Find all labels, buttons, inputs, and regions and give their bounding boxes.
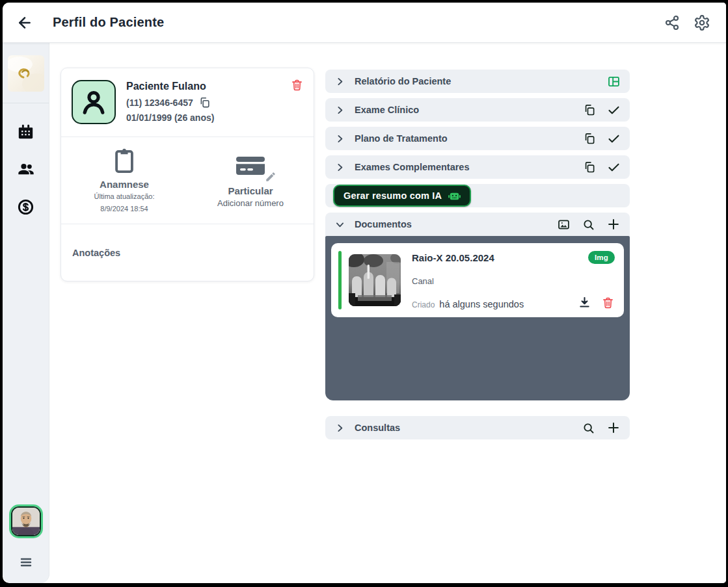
user-avatar[interactable]	[11, 506, 41, 536]
clinic-logo[interactable]	[8, 55, 44, 92]
billing-button[interactable]: Particular Adicionar número	[187, 153, 314, 208]
ai-summary-row: Gerar resumo com IA	[325, 184, 630, 207]
patient-header-section: Paciente Fulano (11) 12346-6457 01/01/19…	[61, 68, 314, 137]
sidebar	[3, 43, 49, 583]
file-type-badge: Img	[588, 251, 615, 264]
plus-icon[interactable]	[606, 217, 621, 231]
patient-phone: (11) 12346-6457	[126, 98, 193, 108]
document-title: Raio-X 20.05.2024	[412, 252, 578, 263]
search-icon[interactable]	[582, 218, 595, 231]
patient-quick-info-section: Anamnese Última atualização: 8/9/2024 18…	[61, 137, 314, 224]
sidebar-divider	[3, 103, 49, 103]
arrow-left-icon	[16, 14, 33, 31]
anamnese-updated-value: 8/9/2024 18:54	[100, 204, 148, 215]
accordion-patient-report[interactable]: Relatório do Paciente	[325, 70, 630, 93]
back-button[interactable]	[14, 12, 35, 33]
search-icon[interactable]	[582, 421, 595, 435]
copy-icon[interactable]	[583, 103, 596, 116]
dollar-circle-icon	[17, 198, 34, 216]
accordion-documents[interactable]: Documentos	[325, 213, 630, 236]
document-status-bar	[338, 251, 342, 309]
xray-thumbnail[interactable]	[349, 254, 401, 306]
image-icon[interactable]	[557, 218, 571, 231]
patient-birthdate: 01/01/1999 (26 anos)	[126, 112, 214, 123]
accordion-treatment-plan[interactable]: Plano de Tratamento	[325, 127, 630, 150]
accordion-label: Exame Clínico	[355, 105, 419, 115]
accordion-clinical-exam[interactable]: Exame Clínico	[325, 98, 630, 122]
sidebar-item-finance[interactable]	[16, 197, 36, 216]
delete-patient-icon[interactable]	[290, 78, 304, 94]
sidebar-item-patients[interactable]	[16, 159, 36, 179]
billing-action: Adicionar número	[217, 198, 284, 208]
chevron-down-icon	[334, 219, 345, 230]
clipboard-icon	[110, 146, 139, 175]
notes-section[interactable]: Anotações	[61, 224, 314, 281]
anamnese-title: Anamnese	[100, 179, 149, 190]
person-icon	[79, 87, 109, 117]
accordion-complementary-exams[interactable]: Exames Complementares	[325, 155, 630, 179]
copy-icon[interactable]	[583, 161, 596, 174]
chevron-right-icon	[334, 423, 345, 434]
robot-icon	[447, 189, 462, 203]
accordion-label: Relatório do Paciente	[355, 76, 451, 86]
accordion-label: Documentos	[355, 219, 412, 229]
document-category: Canal	[412, 276, 578, 286]
document-created: Criado há alguns segundos	[412, 299, 578, 309]
chevron-right-icon	[334, 76, 345, 87]
credit-card-icon	[234, 153, 267, 181]
ai-button-label: Gerar resumo com IA	[344, 190, 442, 201]
edit-pencil-icon	[265, 171, 276, 185]
patient-summary-card: Paciente Fulano (11) 12346-6457 01/01/19…	[61, 68, 314, 281]
chevron-right-icon	[334, 133, 345, 144]
chevron-right-icon	[334, 105, 345, 116]
created-label: Criado	[412, 300, 435, 309]
people-icon	[17, 160, 35, 178]
check-icon[interactable]	[607, 161, 621, 174]
accordion-label: Consultas	[355, 423, 400, 433]
app-window: Perfil do Paciente	[3, 3, 726, 583]
accordion-label: Plano de Tratamento	[355, 133, 448, 144]
accordion-consultations[interactable]: Consultas	[325, 416, 630, 439]
accordion-label: Exames Complementares	[355, 162, 470, 172]
plus-icon[interactable]	[606, 421, 621, 435]
anamnese-button[interactable]: Anamnese Última atualização: 8/9/2024 18…	[61, 146, 187, 215]
top-bar: Perfil do Paciente	[3, 3, 726, 43]
hamburger-icon	[18, 554, 34, 570]
check-icon[interactable]	[607, 103, 621, 117]
table-columns-icon[interactable]	[607, 75, 621, 88]
billing-title: Particular	[228, 185, 273, 196]
delete-document-icon[interactable]	[601, 296, 615, 309]
chevron-right-icon	[334, 162, 345, 173]
copy-icon[interactable]	[583, 132, 596, 145]
generate-ai-summary-button[interactable]: Gerar resumo com IA	[333, 185, 471, 207]
main-content: Paciente Fulano (11) 12346-6457 01/01/19…	[49, 43, 726, 583]
notes-label: Anotações	[72, 248, 120, 258]
document-card[interactable]: Raio-X 20.05.2024 Canal Criado há alguns…	[331, 243, 624, 317]
page-title: Perfil do Paciente	[53, 15, 164, 30]
sidebar-item-calendar[interactable]	[16, 122, 36, 141]
calendar-icon	[17, 123, 34, 140]
documents-panel: Raio-X 20.05.2024 Canal Criado há alguns…	[325, 236, 630, 400]
anamnese-updated-label: Última atualização:	[94, 192, 155, 202]
patient-avatar[interactable]	[72, 80, 116, 124]
patient-name: Paciente Fulano	[126, 81, 214, 92]
menu-button[interactable]	[18, 554, 34, 570]
share-icon[interactable]	[662, 13, 682, 33]
copy-phone-icon[interactable]	[198, 96, 211, 109]
gear-icon[interactable]	[692, 13, 712, 33]
created-value: há alguns segundos	[439, 299, 524, 309]
check-icon[interactable]	[607, 132, 621, 146]
download-icon[interactable]	[578, 296, 591, 309]
